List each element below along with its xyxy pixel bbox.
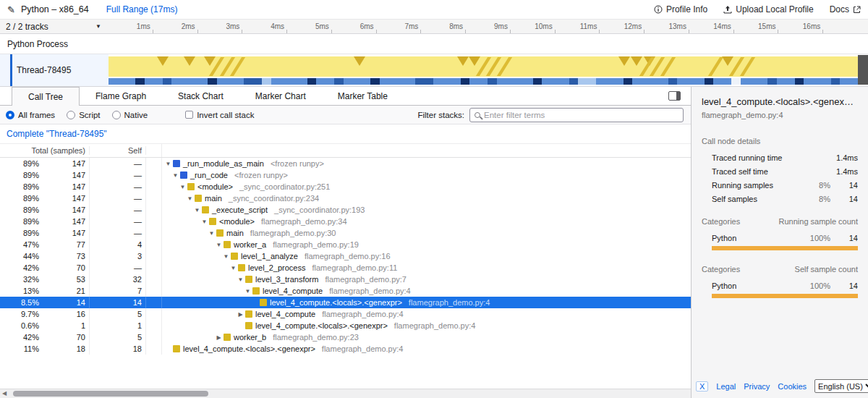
total-percent: 47%: [0, 240, 39, 249]
call-tree-row[interactable]: 8.5%1414level_4_compute.<locals>.<genexp…: [0, 297, 691, 308]
total-samples: 147: [39, 217, 89, 226]
tab-marker-chart[interactable]: Marker Chart: [239, 87, 322, 105]
radio-script[interactable]: Script: [67, 111, 100, 119]
call-tree-row[interactable]: 44%733▼level_1_analyzeflamegraph_demo.py…: [0, 250, 691, 262]
call-tree-row[interactable]: 11%1818level_4_compute.<locals>.<genexpr…: [0, 343, 691, 355]
tab-stack-chart[interactable]: Stack Chart: [162, 87, 239, 105]
category-square-icon: [245, 310, 252, 318]
marker-triangle-icon[interactable]: [157, 56, 169, 66]
call-tree-row[interactable]: 42%705▶worker_bflamegraph_demo.py:23: [0, 331, 691, 343]
footer-link-privacy[interactable]: Privacy: [744, 382, 770, 391]
marker-triangle-icon[interactable]: [722, 56, 733, 66]
category-square-icon: [216, 229, 224, 237]
scrollbar-thumb[interactable]: [13, 391, 208, 397]
docs-link[interactable]: Docs: [830, 4, 861, 14]
total-percent: 0.6%: [0, 321, 39, 330]
process-track-header[interactable]: Python Process: [0, 34, 868, 54]
thread-track-header[interactable]: Thread-78495: [0, 54, 109, 86]
function-name: level_4_compute: [255, 310, 315, 318]
marker-triangle-icon[interactable]: [204, 56, 216, 66]
total-percent: 89%: [0, 206, 39, 214]
twisty-icon[interactable]: ▶: [214, 334, 224, 341]
upload-profile-button[interactable]: Upload Local Profile: [723, 4, 813, 14]
radio-native[interactable]: Native: [112, 111, 148, 119]
marker-triangle-icon[interactable]: [469, 56, 480, 66]
twisty-icon[interactable]: ▼: [178, 184, 187, 190]
docs-label: Docs: [830, 4, 849, 14]
detail-percent: 8%: [804, 181, 830, 190]
twisty-icon[interactable]: ▼: [207, 230, 216, 237]
tab-marker-table[interactable]: Marker Table: [322, 87, 404, 105]
call-tree-row[interactable]: 89%147—▼main_sync_coordinator.py:234: [0, 192, 691, 204]
twisty-icon[interactable]: ▼: [171, 172, 180, 179]
footer-link-cookies[interactable]: Cookies: [778, 382, 807, 391]
call-tree-row[interactable]: 89%147—▼_execute_script_sync_coordinator…: [0, 204, 691, 216]
call-tree-row[interactable]: 32%5332▼level_3_transformflamegraph_demo…: [0, 274, 691, 285]
twisty-icon[interactable]: ▼: [200, 219, 209, 225]
footer-link-x[interactable]: X: [696, 381, 708, 391]
call-tree-row[interactable]: 89%147—▼<module>flamegraph_demo.py:34: [0, 216, 691, 227]
thread-samples-strip: [109, 78, 858, 85]
total-samples: 147: [39, 194, 89, 203]
marker-triangle-icon[interactable]: [184, 56, 195, 66]
tracks-dropdown-button[interactable]: 2 / 2 tracks ▼: [0, 20, 109, 33]
function-name: level_1_analyze: [241, 252, 298, 261]
function-location: _sync_coordinator.py:193: [274, 206, 365, 214]
scroll-left-arrow-icon[interactable]: ◀: [2, 390, 7, 397]
tab-call-tree[interactable]: Call Tree: [12, 87, 80, 106]
process-track-label: Python Process: [7, 39, 68, 49]
self-column: —: [90, 262, 146, 274]
sidebar-toggle-button[interactable]: [668, 91, 681, 101]
total-percent: 42%: [0, 333, 39, 342]
function-name: level_4_compute: [263, 287, 323, 295]
marker-slash-icon[interactable]: [708, 57, 723, 76]
call-tree-row[interactable]: 89%147—▼_run_code<frozen runpy>: [0, 169, 691, 181]
call-tree-row[interactable]: 89%147—▼_run_module_as_main<frozen runpy…: [0, 158, 691, 169]
thread-activity-graph[interactable]: [109, 54, 858, 86]
profile-name: Python – x86_64: [21, 4, 89, 14]
profile-info-button[interactable]: Profile Info: [654, 4, 707, 14]
thread-track-label: Thread-78495: [17, 65, 71, 75]
twisty-icon[interactable]: ▼: [185, 195, 195, 202]
footer-link-legal[interactable]: Legal: [716, 382, 736, 391]
twisty-icon[interactable]: ▼: [243, 288, 252, 295]
twisty-icon[interactable]: ▶: [236, 311, 245, 318]
twisty-icon[interactable]: ▼: [229, 265, 238, 271]
full-range-button[interactable]: Full Range (17ms): [106, 4, 178, 14]
twisty-icon[interactable]: ▼: [163, 161, 173, 167]
tab-flame-graph[interactable]: Flame Graph: [80, 87, 162, 105]
horizontal-scrollbar[interactable]: ◀: [0, 389, 691, 398]
filter-stacks-input[interactable]: [484, 111, 678, 119]
marker-triangle-icon[interactable]: [631, 56, 642, 66]
sample-segment: [415, 78, 433, 85]
category-bar-fill: [712, 294, 858, 298]
twisty-icon[interactable]: ▼: [214, 242, 224, 248]
marker-triangle-icon[interactable]: [354, 56, 365, 66]
total-column: 8.5%14: [0, 297, 90, 308]
sample-segment: [668, 78, 677, 85]
call-tree-row[interactable]: 47%774▼worker_aflamegraph_demo.py:19: [0, 239, 691, 250]
call-tree-row[interactable]: 89%147—▼<module>_sync_coordinator.py:251: [0, 181, 691, 192]
call-tree-row[interactable]: 0.6%11level_4_compute.<locals>.<genexpr>…: [0, 320, 691, 331]
call-tree-row[interactable]: 42%70—▼level_2_processflamegraph_demo.py…: [0, 262, 691, 274]
column-header-total[interactable]: Total (samples): [0, 146, 90, 155]
total-samples: 73: [39, 252, 89, 261]
footer-links: XLegalPrivacyCookies: [696, 381, 807, 391]
twisty-icon[interactable]: ▼: [221, 253, 231, 260]
categories-subtitle: Self sample count: [795, 265, 858, 274]
marker-triangle-icon[interactable]: [618, 56, 630, 66]
thread-activity-band: [109, 56, 858, 77]
language-select[interactable]: English (US): [814, 379, 868, 393]
call-tree-row[interactable]: 89%147—▼mainflamegraph_demo.py:30: [0, 227, 691, 239]
twisty-icon[interactable]: ▼: [192, 207, 202, 213]
call-tree-row[interactable]: 9.7%165▶level_4_computeflamegraph_demo.p…: [0, 308, 691, 320]
radio-all-frames[interactable]: All frames: [6, 111, 55, 119]
call-tree-row[interactable]: 13%217▼level_4_computeflamegraph_demo.py…: [0, 285, 691, 297]
invert-call-stack-checkbox[interactable]: Invert call stack: [185, 111, 254, 119]
marker-triangle-icon[interactable]: [457, 56, 469, 66]
breadcrumb-complete-range[interactable]: Complete "Thread-78495": [7, 129, 107, 139]
column-header-self[interactable]: Self: [90, 146, 146, 155]
sample-segment: [271, 78, 307, 85]
edit-profile-name-icon[interactable]: ✎: [7, 4, 15, 15]
twisty-icon[interactable]: ▼: [236, 276, 245, 283]
